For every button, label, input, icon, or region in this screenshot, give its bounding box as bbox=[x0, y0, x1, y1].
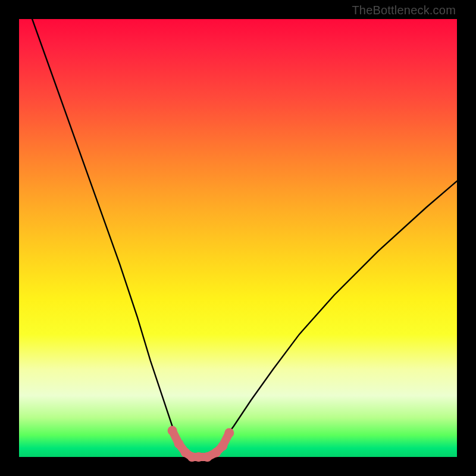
chart-frame: TheBottleneck.com bbox=[0, 0, 476, 476]
valley-dot bbox=[174, 439, 184, 449]
valley-dot bbox=[168, 426, 177, 436]
valley-dot bbox=[218, 441, 227, 451]
valley-dot bbox=[224, 428, 234, 438]
valley-dots bbox=[168, 426, 234, 462]
bottleneck-curve bbox=[32, 19, 457, 457]
watermark-text: TheBottleneck.com bbox=[352, 4, 456, 17]
valley-dot bbox=[203, 452, 212, 462]
valley-dot bbox=[194, 452, 203, 462]
chart-svg bbox=[19, 19, 457, 457]
